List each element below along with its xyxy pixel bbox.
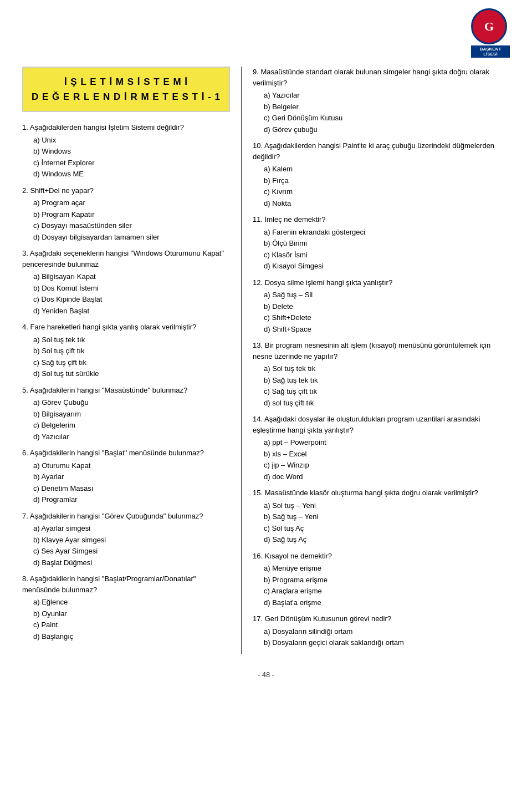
question-text: 14. Aşağıdaki dosyalar ile oluşturuldukl…	[253, 414, 510, 435]
option-item: c) Denetim Masası	[33, 483, 230, 494]
question-text: 9. Masaüstünde standart olarak bulunan s…	[253, 67, 510, 88]
option-item: a) Menüye erişme	[264, 563, 510, 574]
options-list: a) Program açarb) Program Kapatırc) Dosy…	[33, 197, 230, 242]
logo-letter: G	[484, 19, 494, 34]
options-list: a) Bilgisayarı Kapatb) Dos Komut İstemic…	[33, 271, 230, 316]
question-block: 7. Aşağıdakilerin hangisi "Görev Çubuğun…	[22, 511, 230, 568]
question-text: 7. Aşağıdakilerin hangisi "Görev Çubuğun…	[22, 511, 230, 522]
option-item: b) Programa erişme	[264, 575, 510, 586]
option-item: d) Başlangıç	[33, 631, 230, 642]
question-block: 16. Kısayol ne demektir?a) Menüye erişme…	[253, 551, 510, 608]
option-item: c) Dosyayı masaüstünden siler	[33, 220, 230, 231]
question-text: 13. Bir program nesnesinin alt işlem (kı…	[253, 340, 510, 362]
question-block: 1. Aşağıdakilerden hangisi İşletim Siste…	[22, 122, 230, 180]
option-item: d) Başlat Düğmesi	[33, 557, 230, 568]
option-item: b) Delete	[264, 301, 510, 312]
options-list: a) Sol tuş tek tıkb) Sağ tuş tek tıkc) S…	[264, 363, 510, 408]
option-item: c) Paint	[33, 619, 230, 631]
option-item: c) Geri Dönüşüm Kutusu	[264, 113, 510, 124]
options-list: a) Unixb) Windowsc) İnternet Explorerd) …	[33, 135, 230, 180]
question-block: 4. Fare hareketleri hangi şıkta yanlış o…	[22, 322, 230, 379]
option-item: d) Sağ tuş Aç	[264, 534, 510, 545]
option-item: c) Klasör İsmi	[264, 250, 510, 261]
option-item: d) sol tuş çift tık	[264, 398, 510, 409]
title-line2: D E Ğ E R L E N D İ R M E T E S T İ - 1	[29, 89, 223, 104]
option-item: a) ppt – Powerpoint	[264, 437, 510, 448]
option-item: b) Sol tuş çift tık	[33, 345, 230, 357]
option-item: c) jip – Winzıp	[264, 460, 510, 471]
right-questions: 9. Masaüstünde standart olarak bulunan s…	[253, 67, 510, 648]
options-list: a) Dosyaların silindiği ortamb) Dosyalar…	[264, 626, 510, 648]
option-item: c) İnternet Explorer	[33, 157, 230, 169]
option-item: d) Shift+Space	[264, 324, 510, 335]
option-item: a) Kalem	[264, 164, 510, 175]
option-item: b) Windows	[33, 146, 230, 157]
options-list: a) Farenin ekrandaki göstergecib) Ölçü B…	[264, 227, 510, 272]
option-item: c) Belgelerim	[33, 420, 230, 431]
question-block: 2. Shift+Del ne yapar?a) Program açarb) …	[22, 185, 230, 243]
page-footer: - 48 -	[22, 670, 510, 679]
question-text: 8. Aşağıdakilerin hangisi "Başlat/Progra…	[22, 573, 230, 595]
option-item: b) Fırça	[264, 175, 510, 186]
option-item: a) Sağ tuş – Sil	[264, 289, 510, 301]
option-item: b) Ölçü Birimi	[264, 238, 510, 249]
logo: G BAŞKENT LİSESİ	[471, 8, 510, 47]
option-item: c) Araçlara erişme	[264, 586, 510, 597]
option-item: a) Unix	[33, 135, 230, 146]
option-item: c) Ses Ayar Simgesi	[33, 546, 230, 557]
options-list: a) Sol tuş tek tıkb) Sol tuş çift tıkc) …	[33, 334, 230, 379]
question-text: 17. Geri Dönüşüm Kutusunun görevi nedir?	[253, 613, 510, 624]
question-block: 10. Aşağıdakilerden hangisi Paint'te ki …	[253, 140, 510, 209]
question-text: 11. İmleç ne demektir?	[253, 214, 510, 225]
options-list: a) Kalemb) Fırçac) Kıvrımd) Nokta	[264, 164, 510, 209]
option-item: a) Yazıcılar	[264, 90, 510, 101]
option-item: d) Dosyayı bilgisayardan tamamen siler	[33, 232, 230, 243]
option-item: a) Görev Çubuğu	[33, 397, 230, 408]
options-list: a) Yazıcılarb) Belgelerc) Geri Dönüşüm K…	[264, 90, 510, 135]
page-number: - 48 -	[258, 670, 274, 679]
question-block: 8. Aşağıdakilerin hangisi "Başlat/Progra…	[22, 573, 230, 642]
option-item: b) Bilgisayarım	[33, 409, 230, 420]
question-text: 4. Fare hareketleri hangi şıkta yanlış o…	[22, 322, 230, 333]
title-box: İ Ş L E T İ M S İ S T E M İ D E Ğ E R L …	[22, 67, 230, 112]
option-item: a) Sol tuş tek tık	[33, 334, 230, 345]
left-column: İ Ş L E T İ M S İ S T E M İ D E Ğ E R L …	[22, 67, 242, 654]
option-item: c) Kıvrım	[264, 186, 510, 197]
option-item: c) Sağ tuş çift tık	[33, 357, 230, 368]
question-text: 3. Aşağıdaki seçeneklerin hangisi "Windo…	[22, 248, 230, 270]
option-item: b) Klavye Ayar simgesi	[33, 535, 230, 546]
options-list: a) Menüye erişmeb) Programa erişmec) Ara…	[264, 563, 510, 608]
options-list: a) Oturumu Kapatb) Ayarlarc) Denetim Mas…	[33, 460, 230, 505]
right-column: 9. Masaüstünde standart olarak bulunan s…	[242, 67, 510, 654]
option-item: d) Yeniden Başlat	[33, 306, 230, 317]
option-item: c) Sol tuş Aç	[264, 523, 510, 534]
option-item: c) Shift+Delete	[264, 312, 510, 323]
option-item: b) xls – Excel	[264, 449, 510, 460]
option-item: a) Farenin ekrandaki göstergeci	[264, 227, 510, 238]
question-text: 12. Dosya silme işlemi hangi şıkta yanlı…	[253, 277, 510, 288]
options-list: a) Sol tuş – Yenib) Sağ tuş – Yenic) Sol…	[264, 500, 510, 545]
option-item: b) Belgeler	[264, 101, 510, 113]
question-text: 5. Aşağıdakilerin hangisi "Masaüstünde" …	[22, 385, 230, 396]
option-item: b) Ayarlar	[33, 471, 230, 482]
option-item: d) Nokta	[264, 198, 510, 209]
option-item: b) Oyunlar	[33, 608, 230, 619]
title-line1: İ Ş L E T İ M S İ S T E M İ	[29, 74, 223, 89]
option-item: a) Ayarlar simgesi	[33, 523, 230, 534]
question-block: 11. İmleç ne demektir?a) Farenin ekranda…	[253, 214, 510, 272]
options-list: a) ppt – Powerpointb) xls – Excelc) jip …	[264, 437, 510, 482]
question-text: 16. Kısayol ne demektir?	[253, 551, 510, 562]
option-item: d) Programlar	[33, 494, 230, 505]
question-text: 10. Aşağıdakilerden hangisi Paint'te ki …	[253, 140, 510, 162]
logo-circle: G	[471, 8, 507, 44]
question-text: 1. Aşağıdakilerden hangisi İşletim Siste…	[22, 122, 230, 133]
question-block: 5. Aşağıdakilerin hangisi "Masaüstünde" …	[22, 385, 230, 443]
question-text: 6. Aşağıdakilerin hangisi "Başlat" menüs…	[22, 448, 230, 459]
option-item: d) doc Word	[264, 471, 510, 482]
question-block: 12. Dosya silme işlemi hangi şıkta yanlı…	[253, 277, 510, 335]
option-item: a) Eğlence	[33, 597, 230, 608]
question-block: 14. Aşağıdaki dosyalar ile oluşturuldukl…	[253, 414, 510, 482]
question-block: 3. Aşağıdaki seçeneklerin hangisi "Windo…	[22, 248, 230, 316]
question-block: 17. Geri Dönüşüm Kutusunun görevi nedir?…	[253, 613, 510, 648]
option-item: b) Sağ tuş – Yeni	[264, 511, 510, 522]
